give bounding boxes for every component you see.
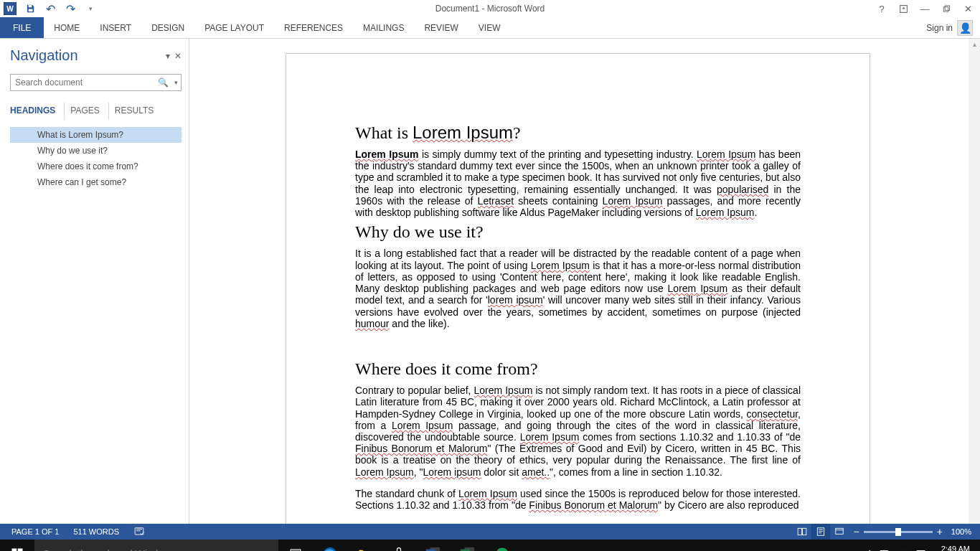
status-word-count[interactable]: 511 WORDS [66, 527, 126, 536]
help-icon[interactable]: ? [875, 2, 888, 15]
tab-references[interactable]: REFERENCES [274, 17, 353, 38]
nav-tabs: HEADINGS PAGES RESULTS [10, 103, 182, 120]
taskbar-clock[interactable]: 2:49 AM 2/9/2021 [933, 545, 976, 551]
taskbar-search-input[interactable] [43, 548, 270, 551]
excel-app-taskbar-icon[interactable]: X [451, 540, 485, 551]
tab-review[interactable]: REVIEW [414, 17, 468, 38]
nav-tab-pages[interactable]: PAGES [70, 103, 108, 120]
navigation-pane: Navigation ▾ ✕ 🔍 ▾ HEADINGS PAGES RESULT… [0, 39, 189, 524]
zoom-slider[interactable] [864, 531, 933, 533]
redo-icon[interactable]: ↷ [63, 1, 77, 16]
nav-search[interactable]: 🔍 ▾ [10, 74, 182, 91]
svg-rect-8 [818, 528, 824, 536]
word-app-icon[interactable]: W [3, 1, 17, 16]
vertical-scrollbar[interactable]: ▴ [969, 39, 980, 524]
svg-rect-1 [29, 9, 33, 11]
doc-paragraph-4: The standard chunk of Lorem Ipsum used s… [355, 488, 801, 511]
taskbar-search[interactable] [34, 540, 278, 551]
tab-view[interactable]: VIEW [468, 17, 511, 38]
nav-tab-headings[interactable]: HEADINGS [10, 103, 65, 120]
nav-item-why-do-we-use-it[interactable]: Why do we use it? [10, 143, 182, 159]
task-view-icon[interactable] [278, 540, 313, 551]
taskbar-apps: W X [278, 540, 519, 551]
ribbon-display-options-icon[interactable] [897, 2, 910, 15]
document-area[interactable]: What is Lorem Ipsum? Lorem Ipsum is simp… [189, 39, 980, 524]
zoom-value[interactable]: 100% [947, 527, 971, 536]
sign-in-label: Sign in [926, 23, 953, 33]
status-bar: PAGE 1 OF 1 511 WORDS − + 100% [0, 524, 980, 540]
workspace: Navigation ▾ ✕ 🔍 ▾ HEADINGS PAGES RESULT… [0, 39, 980, 524]
system-tray: ˄ 2:49 AM 2/9/2021 [863, 540, 980, 551]
start-button[interactable] [0, 540, 34, 551]
qat-customize-icon[interactable]: ▾ [83, 1, 98, 16]
svg-rect-10 [12, 549, 17, 552]
doc-heading-1: What is Lorem Ipsum? [355, 123, 801, 143]
close-button[interactable]: ✕ [961, 2, 974, 15]
svg-rect-4 [945, 5, 949, 9]
tab-mailings[interactable]: MAILINGS [353, 17, 414, 38]
tab-page-layout[interactable]: PAGE LAYOUT [194, 17, 274, 38]
window-title: Document1 - Microsoft Word [435, 4, 545, 14]
ribbon: FILE HOME INSERT DESIGN PAGE LAYOUT REFE… [0, 17, 980, 39]
tab-insert[interactable]: INSERT [90, 17, 141, 38]
file-explorer-icon[interactable] [347, 540, 382, 551]
zoom-slider-handle[interactable] [895, 528, 901, 536]
zoom-out-button[interactable]: − [853, 527, 859, 537]
page[interactable]: What is Lorem Ipsum? Lorem Ipsum is simp… [286, 53, 870, 524]
maximize-button[interactable] [940, 2, 953, 15]
navigation-title: Navigation [10, 47, 78, 64]
svg-rect-9 [836, 528, 844, 534]
view-read-mode-icon[interactable] [793, 524, 811, 540]
doc-heading-2: Why do we use it? [355, 222, 801, 242]
word-app-taskbar-icon[interactable]: W [416, 540, 451, 551]
nav-tree: What is Lorem Ipsum? Why do we use it? W… [10, 127, 182, 190]
tray-show-hidden-icon[interactable]: ˄ [867, 549, 872, 552]
titlebar: W ↶ ↷ ▾ Document1 - Microsoft Word ? — ✕ [0, 0, 980, 17]
window-buttons: ? — ✕ [875, 2, 980, 15]
svg-rect-11 [18, 549, 23, 552]
tray-volume-icon[interactable] [897, 549, 908, 552]
search-icon[interactable]: 🔍 [155, 77, 171, 88]
svg-rect-3 [943, 6, 948, 11]
status-page[interactable]: PAGE 1 OF 1 [4, 527, 66, 536]
doc-heading-3: Where does it come from? [355, 359, 801, 379]
nav-item-what-is-lorem-ipsum[interactable]: What is Lorem Ipsum? [10, 127, 182, 143]
store-icon[interactable] [382, 540, 416, 551]
svg-rect-0 [29, 5, 32, 8]
clock-time: 2:49 AM [939, 545, 970, 551]
tray-action-center-icon[interactable] [915, 549, 926, 552]
doc-paragraph-2: It is a long established fact that a rea… [355, 248, 801, 329]
nav-tab-results[interactable]: RESULTS [115, 103, 162, 120]
tab-home[interactable]: HOME [44, 17, 90, 38]
nav-close-icon[interactable]: ✕ [174, 51, 182, 61]
doc-paragraph-3: Contrary to popular belief, Lorem Ipsum … [355, 385, 801, 478]
search-dropdown-icon[interactable]: ▾ [171, 79, 181, 86]
scroll-up-icon[interactable]: ▴ [971, 40, 978, 49]
sign-in[interactable]: Sign in 👤 [926, 17, 980, 38]
tab-file[interactable]: FILE [0, 17, 44, 38]
tab-design[interactable]: DESIGN [141, 17, 194, 38]
nav-search-input[interactable] [11, 77, 155, 88]
nav-item-where-does-it-come-from[interactable]: Where does it come from? [10, 159, 182, 174]
svg-rect-6 [798, 528, 802, 534]
view-web-layout-icon[interactable] [830, 524, 849, 540]
minimize-button[interactable]: — [918, 2, 931, 15]
edge-icon[interactable] [313, 540, 347, 551]
svg-rect-7 [803, 528, 806, 534]
taskbar: W X ˄ 2:49 AM 2/9/2021 [0, 540, 980, 551]
chrome-icon[interactable] [485, 540, 519, 551]
zoom-in-button[interactable]: + [937, 527, 943, 537]
undo-icon[interactable]: ↶ [43, 1, 57, 16]
save-icon[interactable] [23, 1, 37, 16]
nav-item-where-can-i-get-some[interactable]: Where can I get some? [10, 174, 182, 190]
view-print-layout-icon[interactable] [811, 524, 830, 540]
avatar-icon: 👤 [957, 20, 973, 36]
zoom-control: − + 100% [849, 527, 976, 537]
quick-access-toolbar: W ↶ ↷ ▾ [0, 1, 98, 16]
doc-paragraph-1: Lorem Ipsum is simply dummy text of the … [355, 149, 801, 218]
status-proofing-icon[interactable] [126, 527, 152, 537]
tray-network-icon[interactable] [880, 549, 890, 552]
nav-dropdown-icon[interactable]: ▾ [166, 51, 170, 61]
